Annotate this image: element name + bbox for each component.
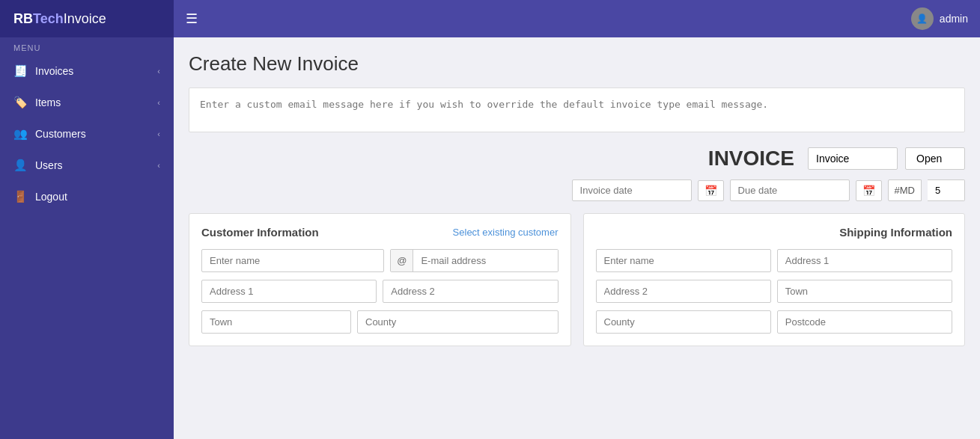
shipping-card-header: Shipping Information xyxy=(596,226,953,239)
md-value: 5 xyxy=(928,179,965,201)
customer-address2-input[interactable] xyxy=(383,280,558,303)
avatar: 👤 xyxy=(911,7,934,30)
customer-email-wrapper: @ xyxy=(390,249,558,272)
email-message-textarea[interactable] xyxy=(189,88,965,132)
customer-town-input[interactable] xyxy=(201,310,351,334)
customer-town-county-row xyxy=(201,310,559,334)
sidebar-item-items[interactable]: 🏷️ Items ‹ xyxy=(0,87,174,118)
sidebar-item-logout-label: Logout xyxy=(35,191,67,203)
logout-icon: 🚪 xyxy=(13,190,28,203)
invoice-header-row: INVOICE Invoice Quote Credit Note Open xyxy=(189,147,965,171)
invoice-status: Open xyxy=(905,147,965,170)
date-row: 📅 📅 #MD 5 xyxy=(189,179,965,201)
sidebar: RB Tech Invoice MENU 🧾 Invoices ‹ 🏷️ Ite… xyxy=(0,0,174,439)
app-name-rb: RB xyxy=(13,11,33,27)
customer-email-input[interactable] xyxy=(413,250,557,271)
customer-card-fields: @ xyxy=(201,249,559,334)
sidebar-item-invoices-label: Invoices xyxy=(35,65,73,77)
select-existing-customer-link[interactable]: Select existing customer xyxy=(453,227,559,238)
sidebar-item-items-label: Items xyxy=(35,96,61,108)
invoices-icon: 🧾 xyxy=(13,64,28,78)
sidebar-item-logout[interactable]: 🚪 Logout xyxy=(0,181,174,212)
customer-card-title: Customer Information xyxy=(201,226,319,239)
users-icon: 👤 xyxy=(13,159,28,172)
customer-info-card: Customer Information Select existing cus… xyxy=(189,213,571,346)
email-at-symbol: @ xyxy=(391,250,413,271)
invoice-type-select[interactable]: Invoice Quote Credit Note xyxy=(808,147,898,170)
customer-name-input[interactable] xyxy=(201,249,384,272)
due-date-calendar-btn[interactable]: 📅 xyxy=(856,180,882,201)
shipping-info-card: Shipping Information xyxy=(583,213,966,346)
md-label: #MD xyxy=(888,179,922,201)
shipping-county-postcode-row xyxy=(596,310,953,334)
customer-county-input[interactable] xyxy=(357,310,559,334)
topbar-user: 👤 admin xyxy=(911,7,968,30)
sidebar-item-customers-label: Customers xyxy=(35,128,86,140)
chevron-icon: ‹ xyxy=(157,98,160,107)
chevron-icon: ‹ xyxy=(157,129,160,138)
shipping-county-input[interactable] xyxy=(596,310,771,334)
customer-name-row: @ xyxy=(201,249,559,272)
shipping-town-input[interactable] xyxy=(777,280,952,303)
shipping-name-input[interactable] xyxy=(596,249,771,272)
customer-card-header: Customer Information Select existing cus… xyxy=(201,226,559,239)
app-name-invoice: Invoice xyxy=(64,11,106,27)
invoice-label: INVOICE xyxy=(708,147,794,171)
sidebar-item-users-label: Users xyxy=(35,159,63,171)
due-date-input[interactable] xyxy=(730,179,850,201)
shipping-name-address1-row xyxy=(596,249,953,272)
shipping-address1-input[interactable] xyxy=(777,249,952,272)
customer-address1-row xyxy=(201,280,559,303)
app-name-tech: Tech xyxy=(33,11,64,27)
customers-icon: 👥 xyxy=(13,127,28,141)
menu-label: MENU xyxy=(0,37,174,55)
main-content: Create New Invoice INVOICE Invoice Quote… xyxy=(174,37,980,439)
shipping-address2-input[interactable] xyxy=(596,280,771,303)
items-icon: 🏷️ xyxy=(13,96,28,109)
cards-row: Customer Information Select existing cus… xyxy=(189,213,965,346)
sidebar-header: RB Tech Invoice xyxy=(0,0,174,37)
shipping-postcode-input[interactable] xyxy=(777,310,952,334)
shipping-address2-town-row xyxy=(596,280,953,303)
sidebar-item-invoices[interactable]: 🧾 Invoices ‹ xyxy=(0,55,174,87)
customer-address1-input[interactable] xyxy=(201,280,377,303)
chevron-icon: ‹ xyxy=(157,161,160,170)
user-name: admin xyxy=(940,13,968,25)
invoice-date-calendar-btn[interactable]: 📅 xyxy=(698,180,724,201)
menu-toggle-icon[interactable]: ☰ xyxy=(186,10,198,27)
topbar: ☰ 👤 admin xyxy=(174,0,980,37)
sidebar-item-users[interactable]: 👤 Users ‹ xyxy=(0,150,174,181)
shipping-card-fields xyxy=(596,249,953,334)
chevron-icon: ‹ xyxy=(157,67,160,76)
shipping-card-title: Shipping Information xyxy=(839,226,952,239)
invoice-date-input[interactable] xyxy=(572,179,692,201)
page-title: Create New Invoice xyxy=(189,52,965,76)
sidebar-item-customers[interactable]: 👥 Customers ‹ xyxy=(0,118,174,150)
